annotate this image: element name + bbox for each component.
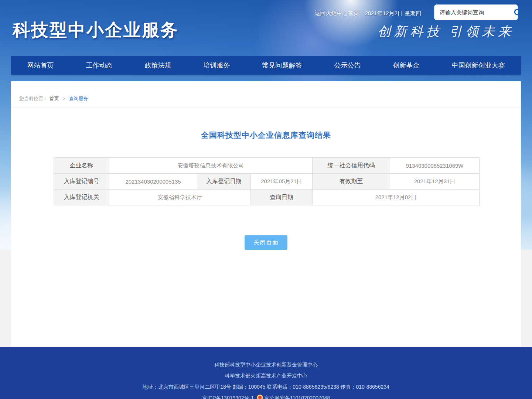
registration-authority-value: 安徽省科学技术厅 [109,190,251,205]
page-title: 全国科技型中小企业信息库查询结果 [11,130,521,140]
query-result-table: 企业名称 安徽塔孜信息技术有限公司 统一社会信用代码 9134030008523… [54,157,480,205]
current-date: 2021年12月2日 星期四 [365,10,421,16]
main-navigation: 网站首页 工作动态 政策法规 培训服务 常见问题解答 公示公告 创新基金 中国创… [11,56,521,75]
police-emblem-icon [257,395,263,399]
site-logo-title: 科技型中小企业服务 [13,18,179,42]
nav-item-training[interactable]: 培训服务 [204,61,230,70]
query-date-label: 查询日期 [251,190,313,205]
nav-item-work-news[interactable]: 工作动态 [86,61,113,70]
close-page-button[interactable]: 关闭页面 [245,235,287,250]
breadcrumb-separator: > [62,96,65,101]
nav-item-faq[interactable]: 常见问题解答 [262,61,302,70]
registration-number-value: 202134030200005135 [109,174,197,190]
query-date-value: 2021年12月02日 [313,190,480,205]
table-row: 企业名称 安徽塔孜信息技术有限公司 统一社会信用代码 9134030008523… [54,158,480,174]
nav-item-announcements[interactable]: 公示公告 [334,61,361,70]
icp-license-link[interactable]: 京ICP备13019302号-1 [202,395,254,399]
credit-code-value: 91340300085231069W [390,158,480,174]
company-name-value: 安徽塔孜信息技术有限公司 [109,158,313,174]
content-panel: 您当前位置： 首页 > 查询服务 全国科技型中小企业信息库查询结果 企业名称 安… [11,81,521,347]
nav-item-home[interactable]: 网站首页 [27,61,54,70]
search-box[interactable] [434,4,518,20]
registration-date-label: 入库登记日期 [197,174,251,190]
table-row: 入库登记机关 安徽省科学技术厅 查询日期 2021年12月02日 [54,190,480,205]
search-input[interactable] [440,9,513,16]
nav-item-innovation-contest[interactable]: 中国创新创业大赛 [452,61,505,70]
valid-until-value: 2021年12月31日 [390,174,480,190]
credit-code-label: 统一社会信用代码 [313,158,390,174]
table-row: 入库登记编号 202134030200005135 入库登记日期 2021年05… [54,174,480,190]
site-slogan: 创新科技 引领未来 [378,23,514,40]
top-links: 返回火炬中心首页2021年12月2日 星期四 [314,10,421,17]
registration-date-value: 2021年05月21日 [251,174,313,190]
breadcrumb-current-link[interactable]: 查询服务 [69,96,88,101]
registration-number-label: 入库登记编号 [54,174,109,190]
page-footer: 科技部科技型中小企业技术创新基金管理中心 科学技术部火炬高技术产业开发中心 地址… [0,347,532,399]
company-name-label: 企业名称 [54,158,109,174]
breadcrumb-home-link[interactable]: 首页 [50,96,59,101]
nav-item-policies[interactable]: 政策法规 [145,61,171,70]
footer-org-line-2: 科学技术部火炬高技术产业开发中心 [0,370,532,381]
public-security-record-link[interactable]: 京公网安备11010202007048 [264,395,330,399]
nav-item-innovation-fund[interactable]: 创新基金 [393,61,420,70]
button-row: 关闭页面 [11,235,521,250]
footer-address-line: 地址：北京市西城区三里河二区甲18号 邮编：100045 联系电话：010-88… [0,381,532,392]
breadcrumb-prefix: 您当前位置： [19,96,48,101]
registration-authority-label: 入库登记机关 [54,190,109,205]
footer-org-line-1: 科技部科技型中小企业技术创新基金管理中心 [0,359,532,370]
back-to-torch-home-link[interactable]: 返回火炬中心首页 [314,10,359,16]
search-icon[interactable] [513,8,523,17]
breadcrumb: 您当前位置： 首页 > 查询服务 [11,81,521,108]
footer-icp-line: 京ICP备13019302号-1京公网安备11010202007048 [0,392,532,399]
valid-until-label: 有效期至 [313,174,390,190]
